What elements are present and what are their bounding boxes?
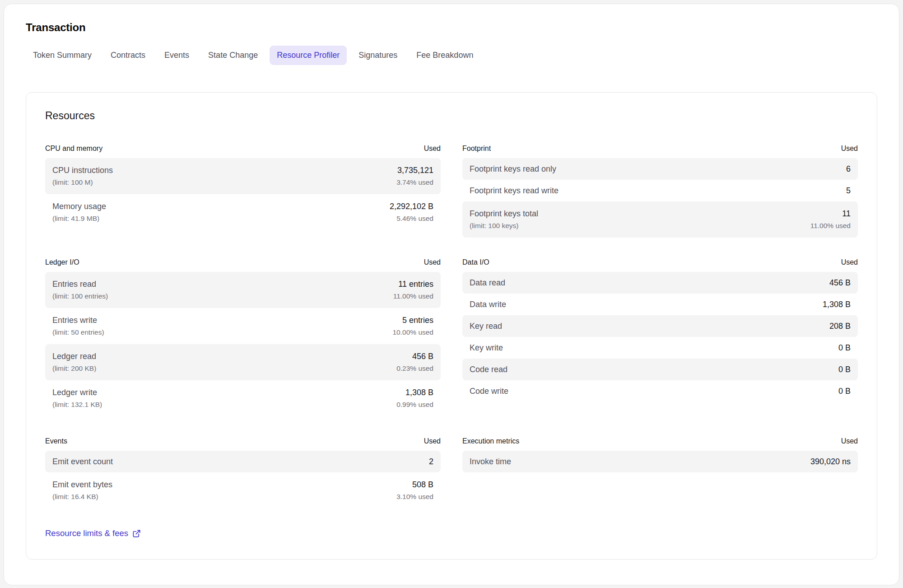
section-title: Execution metrics bbox=[462, 437, 519, 445]
row-used-percent: 0.99% used bbox=[396, 399, 433, 411]
row-label: Ledger read bbox=[52, 350, 96, 363]
row-used-percent: 10.00% used bbox=[393, 327, 434, 338]
section-data-i-o: Data I/OUsedData read456 BData write1,30… bbox=[462, 258, 858, 402]
row-label: Data write bbox=[470, 298, 506, 311]
section-footprint: FootprintUsedFootprint keys read only6Fo… bbox=[462, 145, 858, 238]
tab-state-change[interactable]: State Change bbox=[201, 46, 265, 65]
resource-row-footprint-keys-read-only: Footprint keys read only6 bbox=[462, 158, 858, 180]
row-value: 2,292,102 B bbox=[390, 200, 433, 213]
row-label: Key read bbox=[470, 320, 502, 332]
section-ledger-i-o: Ledger I/OUsedEntries read(limit: 100 en… bbox=[45, 258, 441, 416]
section-header: Ledger I/OUsed bbox=[45, 258, 441, 272]
section-title: Ledger I/O bbox=[45, 258, 79, 266]
row-value: 6 bbox=[846, 163, 851, 175]
section-events: EventsUsedEmit event count2Emit event by… bbox=[45, 437, 441, 509]
external-link-icon bbox=[132, 529, 141, 538]
row-value: 390,020 ns bbox=[810, 455, 851, 468]
row-value: 3,735,121 bbox=[396, 164, 433, 177]
resource-row-emit-event-count: Emit event count2 bbox=[45, 451, 441, 472]
row-value: 0 B bbox=[838, 341, 851, 354]
resource-row-key-write: Key write0 B bbox=[462, 337, 858, 359]
row-value: 1,308 B bbox=[396, 386, 433, 399]
row-label: Footprint keys total bbox=[470, 207, 538, 220]
row-label: Code read bbox=[470, 363, 507, 376]
tab-resource-profiler[interactable]: Resource Profiler bbox=[270, 46, 347, 65]
resource-row-code-read: Code read0 B bbox=[462, 359, 858, 380]
row-label: Entries write bbox=[52, 314, 104, 327]
transaction-header: Transaction Token SummaryContractsEvents… bbox=[4, 4, 899, 65]
section-cpu-and-memory: CPU and memoryUsedCPU instructions(limit… bbox=[45, 145, 441, 230]
row-limit: (limit: 200 KB) bbox=[52, 363, 96, 374]
row-label: Invoke time bbox=[470, 455, 511, 468]
row-label: Memory usage bbox=[52, 200, 106, 213]
resource-row-entries-read: Entries read(limit: 100 entries)11 entri… bbox=[45, 272, 441, 308]
resource-limits-fees-link[interactable]: Resource limits & fees bbox=[45, 528, 141, 538]
resources-title: Resources bbox=[45, 110, 858, 122]
row-label: Code write bbox=[470, 385, 508, 397]
row-used-percent: 11.00% used bbox=[810, 220, 851, 232]
resource-row-ledger-read: Ledger read(limit: 200 KB)456 B0.23% use… bbox=[45, 344, 441, 380]
row-used-percent: 3.74% used bbox=[396, 177, 433, 188]
row-limit: (limit: 50 entries) bbox=[52, 327, 104, 338]
row-value: 208 B bbox=[829, 320, 851, 332]
row-label: Footprint keys read write bbox=[470, 184, 559, 197]
row-limit: (limit: 100 entries) bbox=[52, 290, 108, 302]
resource-row-ledger-write: Ledger write(limit: 132.1 KB)1,308 B0.99… bbox=[45, 380, 441, 416]
row-value: 2 bbox=[429, 455, 433, 468]
row-label: Footprint keys read only bbox=[470, 163, 556, 175]
row-label: Emit event bytes bbox=[52, 478, 112, 491]
row-used-percent: 11.00% used bbox=[393, 290, 433, 302]
row-value: 5 bbox=[846, 184, 851, 197]
used-column-header: Used bbox=[841, 145, 858, 153]
tab-signatures[interactable]: Signatures bbox=[351, 46, 405, 65]
resource-sections-grid: CPU and memoryUsedCPU instructions(limit… bbox=[45, 145, 858, 509]
resources-panel: Resources CPU and memoryUsedCPU instruct… bbox=[26, 92, 877, 560]
resource-row-footprint-keys-read-write: Footprint keys read write5 bbox=[462, 180, 858, 201]
section-header: Data I/OUsed bbox=[462, 258, 858, 272]
row-used-percent: 5.46% used bbox=[390, 213, 433, 224]
row-value: 5 entries bbox=[393, 314, 434, 327]
row-label: Ledger write bbox=[52, 386, 102, 399]
row-label: Key write bbox=[470, 341, 503, 354]
row-limit: (limit: 41.9 MB) bbox=[52, 213, 106, 224]
used-column-header: Used bbox=[841, 437, 858, 445]
section-header: Execution metricsUsed bbox=[462, 437, 858, 451]
used-column-header: Used bbox=[424, 258, 441, 266]
row-value: 456 B bbox=[396, 350, 433, 363]
section-header: FootprintUsed bbox=[462, 145, 858, 158]
section-execution-metrics: Execution metricsUsedInvoke time390,020 … bbox=[462, 437, 858, 472]
row-label: CPU instructions bbox=[52, 164, 113, 177]
resource-row-emit-event-bytes: Emit event bytes(limit: 16.4 KB)508 B3.1… bbox=[45, 472, 441, 509]
tab-fee-breakdown[interactable]: Fee Breakdown bbox=[409, 46, 480, 65]
used-column-header: Used bbox=[424, 145, 441, 153]
tab-token-summary[interactable]: Token Summary bbox=[26, 46, 99, 65]
row-used-percent: 0.23% used bbox=[396, 363, 433, 374]
section-header: CPU and memoryUsed bbox=[45, 145, 441, 158]
used-column-header: Used bbox=[424, 437, 441, 445]
tab-events[interactable]: Events bbox=[157, 46, 196, 65]
row-value: 11 bbox=[810, 207, 851, 220]
used-column-header: Used bbox=[841, 258, 858, 266]
resource-row-invoke-time: Invoke time390,020 ns bbox=[462, 451, 858, 472]
resource-row-code-write: Code write0 B bbox=[462, 380, 858, 402]
section-title: CPU and memory bbox=[45, 145, 102, 153]
row-value: 0 B bbox=[838, 363, 851, 376]
resource-row-memory-usage: Memory usage(limit: 41.9 MB)2,292,102 B5… bbox=[45, 194, 441, 230]
resource-row-key-read: Key read208 B bbox=[462, 315, 858, 337]
resource-row-data-write: Data write1,308 B bbox=[462, 294, 858, 315]
row-value: 1,308 B bbox=[823, 298, 851, 311]
row-limit: (limit: 16.4 KB) bbox=[52, 491, 112, 503]
row-limit: (limit: 132.1 KB) bbox=[52, 399, 102, 411]
section-title: Footprint bbox=[462, 145, 491, 153]
resource-row-entries-write: Entries write(limit: 50 entries)5 entrie… bbox=[45, 308, 441, 344]
row-label: Entries read bbox=[52, 278, 108, 290]
row-label: Data read bbox=[470, 276, 505, 289]
row-used-percent: 3.10% used bbox=[396, 491, 433, 503]
resource-limits-fees-label: Resource limits & fees bbox=[45, 528, 128, 538]
row-label: Emit event count bbox=[52, 455, 113, 468]
resource-row-cpu-instructions: CPU instructions(limit: 100 M)3,735,1213… bbox=[45, 158, 441, 194]
row-limit: (limit: 100 M) bbox=[52, 177, 113, 188]
tab-contracts[interactable]: Contracts bbox=[103, 46, 153, 65]
page-title: Transaction bbox=[26, 21, 877, 34]
row-value: 456 B bbox=[829, 276, 851, 289]
